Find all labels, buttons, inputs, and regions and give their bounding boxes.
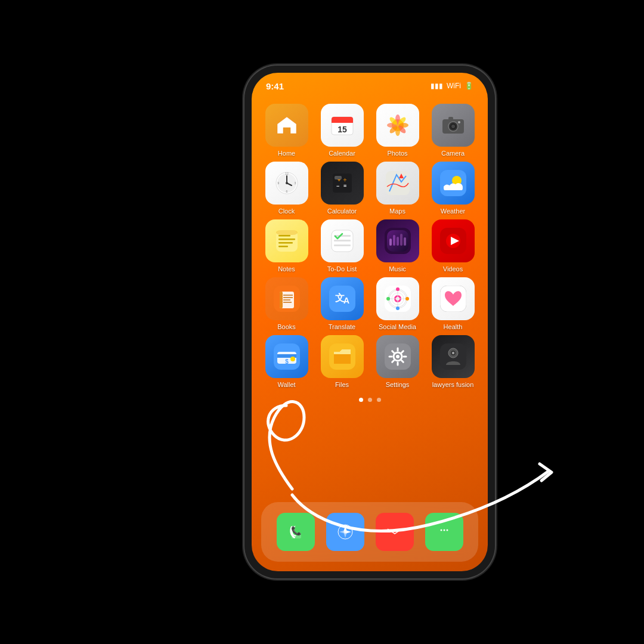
svg-point-18: [458, 121, 460, 123]
app-clock[interactable]: 12 3 6 9 Clock: [261, 162, 312, 215]
status-time: 9:41: [266, 81, 284, 91]
notes-label: Notes: [278, 265, 295, 273]
svg-text:12: 12: [285, 172, 289, 175]
videos-icon: [432, 219, 475, 262]
app-files[interactable]: Files: [317, 335, 367, 388]
svg-text:A: A: [343, 296, 349, 305]
camera-label: Camera: [441, 150, 465, 157]
social-icon: [376, 277, 419, 320]
lawyers-icon: [432, 335, 475, 378]
settings-label: Settings: [386, 381, 410, 388]
svg-line-94: [401, 351, 403, 353]
svg-rect-52: [397, 237, 399, 246]
app-calculator[interactable]: + ÷ − = Calculator: [317, 162, 367, 215]
app-music[interactable]: Music: [372, 219, 423, 273]
app-home[interactable]: Home: [261, 104, 312, 157]
home-icon: [265, 104, 308, 147]
app-maps[interactable]: Maps: [372, 162, 423, 215]
svg-point-74: [396, 287, 400, 291]
svg-rect-47: [334, 244, 351, 246]
svg-line-93: [401, 361, 403, 363]
translate-label: Translate: [329, 323, 355, 330]
app-lawyers[interactable]: lawyers fusion: [428, 335, 478, 388]
music-icon: [376, 219, 419, 262]
svg-point-83: [290, 357, 295, 361]
signal-icon: ▮▮▮: [431, 82, 443, 90]
photos-label: Photos: [387, 150, 407, 157]
apps-grid: Home 15 Calendar: [252, 99, 488, 393]
svg-text:9: 9: [277, 181, 279, 185]
dot-1: [359, 398, 363, 402]
svg-rect-61: [280, 292, 283, 308]
wallet-label: Wallet: [277, 381, 295, 388]
dock-mail-icon[interactable]: [376, 513, 414, 551]
app-photos[interactable]: Photos: [372, 104, 423, 157]
svg-rect-17: [448, 117, 453, 120]
svg-text:−: −: [336, 183, 339, 189]
app-health[interactable]: Health: [428, 277, 478, 330]
calculator-icon: + ÷ − =: [321, 162, 364, 205]
app-videos[interactable]: Videos: [428, 219, 478, 273]
clock-icon: 12 3 6 9: [265, 162, 308, 205]
svg-rect-54: [404, 237, 406, 246]
weather-label: Weather: [441, 208, 465, 215]
wifi-icon: WiFi: [447, 82, 461, 90]
dock-phone-icon[interactable]: 📞: [277, 513, 315, 551]
books-icon: [265, 277, 308, 320]
todo-icon: [321, 219, 364, 262]
maps-icon: [376, 162, 419, 205]
files-label: Files: [335, 381, 349, 388]
svg-line-95: [392, 361, 394, 363]
app-social[interactable]: Social Media: [372, 277, 423, 330]
lawyers-label: lawyers fusion: [432, 381, 474, 388]
app-todo[interactable]: To-Do List: [317, 219, 367, 273]
phone-container: 9:41 ▮▮▮ WiFi 🔋 Home: [244, 66, 495, 578]
svg-point-109: [443, 530, 445, 531]
svg-point-77: [386, 297, 390, 301]
weather-icon: [432, 162, 475, 205]
app-wallet[interactable]: $ Wallet: [261, 335, 312, 388]
svg-rect-107: [388, 528, 402, 537]
dot-2: [368, 398, 372, 402]
svg-rect-53: [400, 234, 402, 246]
app-books[interactable]: Books: [261, 277, 312, 330]
calendar-icon: 15: [321, 104, 364, 147]
svg-text:$: $: [285, 358, 289, 365]
svg-text:📞: 📞: [290, 526, 301, 536]
calendar-label: Calendar: [329, 150, 355, 157]
health-icon: [432, 277, 475, 320]
health-label: Health: [444, 323, 463, 330]
svg-text:3: 3: [294, 181, 296, 185]
dock: 📞: [261, 502, 478, 562]
app-calendar[interactable]: 15 Calendar: [317, 104, 367, 157]
home-label: Home: [278, 150, 295, 157]
dock-messages-icon[interactable]: [425, 513, 463, 551]
app-notes[interactable]: Notes: [261, 219, 312, 273]
app-settings[interactable]: Settings: [372, 335, 423, 388]
files-icon: [321, 335, 364, 378]
maps-label: Maps: [389, 208, 405, 215]
calculator-label: Calculator: [327, 208, 357, 215]
page-dots: [252, 393, 488, 407]
app-weather[interactable]: Weather: [428, 162, 478, 215]
dock-compass-icon[interactable]: [326, 513, 364, 551]
social-label: Social Media: [379, 323, 416, 330]
svg-rect-2: [332, 120, 353, 123]
settings-icon: [376, 335, 419, 378]
wallet-icon: $: [265, 335, 308, 378]
photos-icon: [376, 104, 419, 147]
svg-rect-46: [334, 240, 351, 242]
phone-screen: 9:41 ▮▮▮ WiFi 🔋 Home: [252, 73, 488, 571]
app-camera[interactable]: Camera: [428, 104, 478, 157]
phone-body: 9:41 ▮▮▮ WiFi 🔋 Home: [244, 66, 495, 578]
svg-point-75: [405, 297, 409, 301]
notes-icon: [265, 219, 308, 262]
svg-text:15: 15: [338, 125, 347, 134]
svg-rect-51: [393, 235, 395, 246]
svg-point-106: [344, 531, 346, 533]
svg-point-87: [396, 355, 400, 358]
svg-rect-40: [278, 239, 295, 240]
svg-rect-41: [278, 242, 293, 244]
translate-icon: 文 A: [321, 277, 364, 320]
app-translate[interactable]: 文 A Translate: [317, 277, 367, 330]
